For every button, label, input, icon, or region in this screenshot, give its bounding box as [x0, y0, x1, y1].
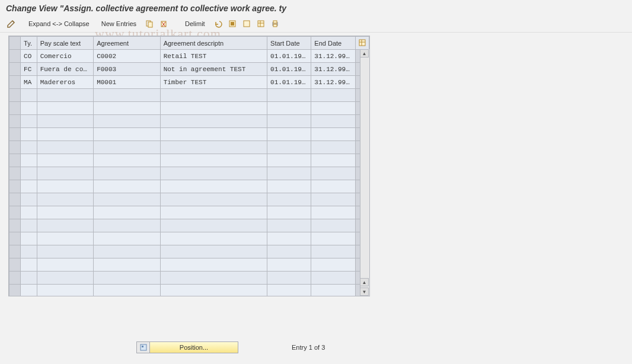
cell-empty[interactable]: [94, 89, 160, 102]
position-icon[interactable]: [136, 341, 149, 353]
cell-empty[interactable]: [21, 245, 37, 258]
table-row[interactable]: [9, 193, 369, 206]
cell-empty[interactable]: [37, 180, 94, 193]
cell-start-date[interactable]: 01.01.1990: [267, 50, 311, 63]
row-selector[interactable]: [9, 232, 21, 245]
table-row[interactable]: [9, 272, 369, 285]
row-selector[interactable]: [9, 102, 21, 115]
cell-empty[interactable]: [311, 167, 355, 180]
cell-empty[interactable]: [267, 115, 311, 128]
cell-empty[interactable]: [160, 206, 267, 219]
table-row[interactable]: [9, 232, 369, 245]
row-selector[interactable]: [9, 245, 21, 258]
cell-end-date[interactable]: 31.12.9999: [311, 63, 355, 76]
cell-empty[interactable]: [94, 167, 160, 180]
cell-empty[interactable]: [160, 115, 267, 128]
cell-empty[interactable]: [94, 154, 160, 167]
cell-end-date[interactable]: 31.12.9999: [311, 50, 355, 63]
cell-empty[interactable]: [37, 206, 94, 219]
cell-empty[interactable]: [267, 141, 311, 154]
cell-empty[interactable]: [267, 258, 311, 272]
cell-empty[interactable]: [37, 128, 94, 141]
select-all-icon[interactable]: [226, 18, 238, 30]
cell-empty[interactable]: [267, 272, 311, 285]
scroll-up2-icon[interactable]: ▲: [360, 278, 369, 286]
cell-empty[interactable]: [160, 89, 267, 102]
data-table[interactable]: Ty. Pay scale text Agreement Agreement d…: [9, 36, 369, 296]
table-row[interactable]: [9, 206, 369, 219]
cell-empty[interactable]: [267, 219, 311, 232]
cell-empty[interactable]: [37, 154, 94, 167]
cell-empty[interactable]: [37, 272, 94, 285]
cell-empty[interactable]: [21, 272, 37, 285]
row-selector[interactable]: [9, 50, 21, 63]
cell-agreement-descr[interactable]: Not in agreement TEST: [160, 63, 267, 76]
cell-empty[interactable]: [94, 115, 160, 128]
cell-agreement[interactable]: C0002: [94, 50, 160, 63]
cell-empty[interactable]: [94, 193, 160, 206]
table-row[interactable]: FCFuera de conv…F0003Not in agreement TE…: [9, 63, 369, 76]
cell-empty[interactable]: [267, 232, 311, 245]
cell-ty[interactable]: FC: [21, 63, 37, 76]
cell-empty[interactable]: [267, 154, 311, 167]
cell-empty[interactable]: [267, 102, 311, 115]
cell-empty[interactable]: [94, 272, 160, 285]
cell-empty[interactable]: [21, 285, 37, 296]
cell-ty[interactable]: CO: [21, 50, 37, 63]
cell-empty[interactable]: [267, 167, 311, 180]
cell-empty[interactable]: [94, 245, 160, 258]
row-selector[interactable]: [9, 63, 21, 76]
cell-empty[interactable]: [160, 167, 267, 180]
scroll-down-icon[interactable]: ▼: [360, 288, 369, 296]
cell-empty[interactable]: [311, 245, 355, 258]
cell-agreement-descr[interactable]: Retail TEST: [160, 50, 267, 63]
row-selector[interactable]: [9, 141, 21, 154]
cell-empty[interactable]: [160, 128, 267, 141]
cell-empty[interactable]: [37, 115, 94, 128]
table-configure-button[interactable]: [355, 37, 369, 50]
cell-empty[interactable]: [311, 128, 355, 141]
cell-empty[interactable]: [311, 141, 355, 154]
row-selector[interactable]: [9, 193, 21, 206]
cell-empty[interactable]: [311, 206, 355, 219]
cell-empty[interactable]: [21, 219, 37, 232]
cell-empty[interactable]: [311, 272, 355, 285]
cell-start-date[interactable]: 01.01.1990: [267, 63, 311, 76]
cell-empty[interactable]: [21, 232, 37, 245]
cell-empty[interactable]: [94, 285, 160, 296]
deselect-all-icon[interactable]: [241, 18, 253, 30]
cell-empty[interactable]: [94, 141, 160, 154]
cell-ty[interactable]: MA: [21, 76, 37, 89]
cell-empty[interactable]: [311, 102, 355, 115]
col-header-end-date[interactable]: End Date: [311, 37, 355, 50]
cell-empty[interactable]: [160, 272, 267, 285]
cell-empty[interactable]: [311, 219, 355, 232]
cell-empty[interactable]: [37, 193, 94, 206]
cell-empty[interactable]: [160, 193, 267, 206]
cell-empty[interactable]: [94, 232, 160, 245]
cell-pay-scale-text[interactable]: Comercio: [37, 50, 94, 63]
table-row[interactable]: [9, 115, 369, 128]
table-row[interactable]: COComercioC0002Retail TEST01.01.199031.1…: [9, 50, 369, 63]
table-settings-icon[interactable]: [255, 18, 267, 30]
cell-agreement-descr[interactable]: Timber TEST: [160, 76, 267, 89]
cell-empty[interactable]: [311, 89, 355, 102]
cell-empty[interactable]: [160, 245, 267, 258]
row-selector[interactable]: [9, 206, 21, 219]
cell-empty[interactable]: [37, 245, 94, 258]
table-row[interactable]: [9, 102, 369, 115]
row-selector[interactable]: [9, 258, 21, 272]
cell-empty[interactable]: [94, 180, 160, 193]
cell-empty[interactable]: [311, 258, 355, 272]
cell-empty[interactable]: [21, 206, 37, 219]
cell-empty[interactable]: [267, 285, 311, 296]
cell-empty[interactable]: [21, 167, 37, 180]
cell-empty[interactable]: [267, 206, 311, 219]
cell-empty[interactable]: [21, 102, 37, 115]
cell-empty[interactable]: [21, 154, 37, 167]
cell-empty[interactable]: [37, 258, 94, 272]
col-header-agreement-descr[interactable]: Agreement descriptn: [160, 37, 267, 50]
cell-empty[interactable]: [37, 232, 94, 245]
cell-empty[interactable]: [37, 141, 94, 154]
undo-icon[interactable]: [212, 18, 224, 30]
